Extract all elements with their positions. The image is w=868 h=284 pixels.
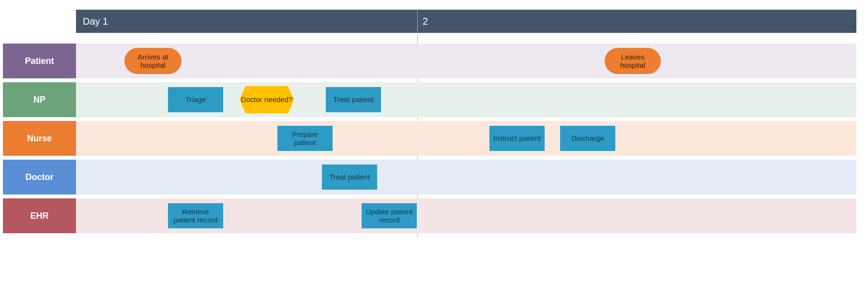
timeline-header: Day 1 2 bbox=[76, 10, 856, 33]
lane-label-patient: Patient bbox=[3, 44, 76, 78]
lane-label-nurse: Nurse bbox=[3, 121, 76, 156]
lane-np: NP Triage Doctor needed? Treat patient bbox=[3, 82, 856, 117]
decision-text: Doctor needed? bbox=[241, 95, 293, 104]
decision-doctor-needed: Doctor needed? bbox=[240, 86, 294, 113]
lane-doctor: Doctor Treat patient bbox=[3, 160, 856, 194]
activity-prepare-patient: Prepare patient bbox=[277, 126, 333, 151]
activity-treat-patient-doctor: Treat patient bbox=[322, 164, 377, 190]
lane-track-ehr: Retrieve patient record Update patient r… bbox=[76, 198, 856, 233]
activity-triage: Triage bbox=[168, 87, 223, 112]
lane-nurse: Nurse Prepare patient Instruct patient D… bbox=[3, 121, 856, 156]
terminator-leaves: Leaves hospital bbox=[605, 48, 661, 74]
lane-track-patient: Arrives at hospital Leaves hospital bbox=[76, 44, 856, 78]
timeline-day-1: Day 1 bbox=[76, 16, 417, 27]
lane-label-ehr: EHR bbox=[3, 198, 76, 233]
lane-ehr: EHR Retrieve patient record Update patie… bbox=[3, 198, 856, 233]
lane-label-doctor: Doctor bbox=[3, 160, 76, 194]
lane-patient: Patient Arrives at hospital Leaves hospi… bbox=[3, 44, 856, 78]
lane-track-nurse: Prepare patient Instruct patient Dischar… bbox=[76, 121, 856, 156]
lane-track-doctor: Treat patient bbox=[76, 160, 856, 194]
terminator-arrives: Arrives at hospital bbox=[124, 48, 182, 74]
activity-instruct-patient: Instruct patient bbox=[489, 126, 545, 151]
lane-label-np: NP bbox=[3, 82, 76, 117]
activity-discharge: Discharge bbox=[560, 126, 615, 151]
activity-update-record: Update patient record bbox=[362, 203, 417, 228]
activity-treat-patient-np: Treat patient bbox=[326, 87, 381, 112]
timeline-day-2: 2 bbox=[417, 10, 856, 33]
activity-retrieve-record: Retrieve patient record bbox=[168, 203, 223, 228]
swimlanes: Patient Arrives at hospital Leaves hospi… bbox=[3, 44, 856, 237]
lane-track-np: Triage Doctor needed? Treat patient bbox=[76, 82, 856, 117]
